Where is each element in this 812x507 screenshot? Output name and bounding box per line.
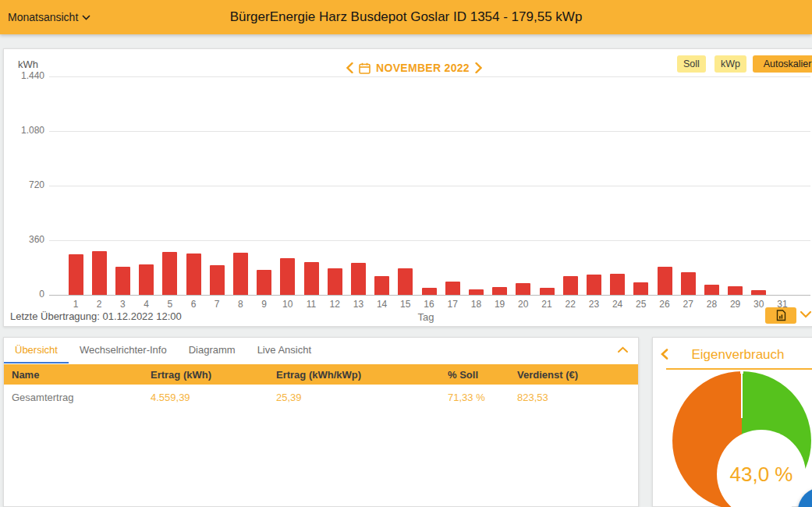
yield-bar-day-6[interactable] xyxy=(186,254,201,295)
x-tick-label: 21 xyxy=(535,299,558,310)
x-tick-label: 12 xyxy=(323,299,346,310)
yield-bar-day-25[interactable] xyxy=(633,282,648,295)
yield-bar-day-10[interactable] xyxy=(280,258,295,295)
x-axis-title: Tag xyxy=(402,311,449,323)
ertrag-kwh-kwp-cell: 25,39 xyxy=(276,392,448,403)
x-tick-label: 14 xyxy=(371,299,394,310)
yield-bar-day-23[interactable] xyxy=(587,275,601,295)
column-header-name: Name xyxy=(12,369,151,381)
yield-bar-day-15[interactable] xyxy=(398,268,413,295)
yield-bar-day-14[interactable] xyxy=(374,276,389,295)
yield-bar-day-17[interactable] xyxy=(445,282,460,295)
yield-bar-day-16[interactable] xyxy=(422,288,437,295)
yield-bar-day-28[interactable] xyxy=(704,285,719,295)
previous-month-button[interactable] xyxy=(346,62,353,73)
export-document-icon xyxy=(776,310,786,321)
column-header-ertrag-kwh: Ertrag (kWh) xyxy=(151,369,276,381)
x-tick-label: 1 xyxy=(64,299,87,310)
gridline xyxy=(49,76,810,77)
export-report-button[interactable] xyxy=(765,307,796,324)
kwp-toggle-button[interactable]: kWp xyxy=(714,55,746,73)
panel-collapse-chevron[interactable] xyxy=(617,344,629,356)
x-tick-label: 19 xyxy=(488,299,512,310)
yield-bar-day-5[interactable] xyxy=(162,252,177,295)
x-tick-label: 22 xyxy=(558,299,582,310)
donut-hole: 43,0 % xyxy=(717,430,806,507)
x-tick-label: 8 xyxy=(229,299,252,310)
autoscale-toggle-button[interactable]: Autoskalierung xyxy=(753,55,812,73)
x-tick-label: 4 xyxy=(135,299,158,310)
y-tick-label: 720 xyxy=(5,179,44,190)
y-tick-label: 1.080 xyxy=(5,125,44,136)
overview-tab-bar: Übersicht Wechselrichter-Info Diagramm L… xyxy=(4,338,638,363)
x-tick-label: 15 xyxy=(394,299,417,310)
yield-bar-day-20[interactable] xyxy=(516,283,530,295)
yield-bar-day-30[interactable] xyxy=(751,290,766,295)
soll-pct-cell: 71,33 % xyxy=(448,392,517,403)
yield-bar-day-21[interactable] xyxy=(540,288,555,295)
x-tick-label: 6 xyxy=(182,299,205,310)
yield-bar-day-4[interactable] xyxy=(139,264,154,295)
page-title: BürgerEnergie Harz Busdepot Goslar ID 13… xyxy=(0,9,812,25)
month-navigation: NOVEMBER 2022 xyxy=(344,58,484,77)
yield-bar-day-27[interactable] xyxy=(681,272,696,295)
eigenverbrauch-donut-chart: 43,0 % xyxy=(672,371,811,507)
x-tick-label: 5 xyxy=(158,299,182,310)
calendar-icon xyxy=(359,62,371,74)
yield-bar-day-22[interactable] xyxy=(563,276,578,295)
yield-bar-day-18[interactable] xyxy=(469,289,484,295)
chevron-up-icon xyxy=(617,346,629,353)
tab-uebersicht[interactable]: Übersicht xyxy=(4,338,69,363)
y-tick-label: 0 xyxy=(5,289,44,300)
yield-bar-day-19[interactable] xyxy=(492,287,507,295)
tab-live-ansicht[interactable]: Live Ansicht xyxy=(246,338,322,363)
x-tick-label: 9 xyxy=(253,299,276,310)
column-header-verdienst: Verdienst (€) xyxy=(517,369,638,381)
column-header-soll: % Soll xyxy=(448,369,517,381)
x-tick-label: 10 xyxy=(276,299,300,310)
yield-bar-day-11[interactable] xyxy=(304,262,319,295)
y-tick-label: 1.440 xyxy=(5,70,44,81)
yield-bar-day-9[interactable] xyxy=(257,270,271,295)
x-tick-label: 20 xyxy=(512,299,535,310)
tab-diagramm[interactable]: Diagramm xyxy=(178,338,246,363)
y-tick-label: 360 xyxy=(5,234,44,245)
chevron-down-icon xyxy=(82,15,90,20)
x-tick-label: 2 xyxy=(87,299,111,310)
yield-bar-day-24[interactable] xyxy=(610,274,625,295)
table-row-gesamtertrag: Gesamtertrag 4.559,39 25,39 71,33 % 823,… xyxy=(4,385,638,410)
verdienst-cell: 823,53 xyxy=(517,392,638,403)
view-selector-label: Monatsansicht xyxy=(8,11,78,23)
yield-bar-day-1[interactable] xyxy=(69,254,83,295)
yield-bar-day-8[interactable] xyxy=(233,253,248,295)
chart-collapse-chevron[interactable] xyxy=(800,309,812,321)
yield-bar-day-2[interactable] xyxy=(92,251,107,295)
x-tick-label: 18 xyxy=(464,299,488,310)
soll-toggle-button[interactable]: Soll xyxy=(677,55,706,73)
next-month-button[interactable] xyxy=(475,62,482,73)
yield-bar-day-26[interactable] xyxy=(658,267,672,295)
eigenverbrauch-header: Eigenverbrauch xyxy=(653,344,812,366)
current-month-label: NOVEMBER 2022 xyxy=(376,62,470,74)
yield-bar-day-29[interactable] xyxy=(728,286,743,295)
x-tick-label: 16 xyxy=(417,299,441,310)
yield-bar-day-7[interactable] xyxy=(210,265,225,295)
chevron-left-icon xyxy=(661,349,668,360)
panel-back-button[interactable] xyxy=(661,349,668,362)
yield-bar-day-3[interactable] xyxy=(115,267,130,295)
x-axis-line xyxy=(49,295,810,296)
ertrag-kwh-cell: 4.559,39 xyxy=(151,392,276,403)
chevron-right-icon xyxy=(475,62,482,73)
eigenverbrauch-title: Eigenverbrauch xyxy=(653,347,812,363)
view-selector-dropdown[interactable]: Monatsansicht xyxy=(8,0,90,34)
gridline xyxy=(49,131,810,132)
x-tick-label: 17 xyxy=(441,299,464,310)
x-tick-label: 28 xyxy=(700,299,723,310)
yield-bar-day-13[interactable] xyxy=(351,263,366,295)
overview-panel: Übersicht Wechselrichter-Info Diagramm L… xyxy=(3,337,639,507)
monthly-yield-chart-card: kWh NOVEMBER 2022 Soll kWp Autoskalierun… xyxy=(3,48,812,327)
yield-bar-day-12[interactable] xyxy=(328,268,342,295)
tab-wechselrichter-info[interactable]: Wechselrichter-Info xyxy=(69,338,178,363)
row-name-cell: Gesamtertrag xyxy=(12,392,151,403)
x-tick-label: 7 xyxy=(205,299,229,310)
